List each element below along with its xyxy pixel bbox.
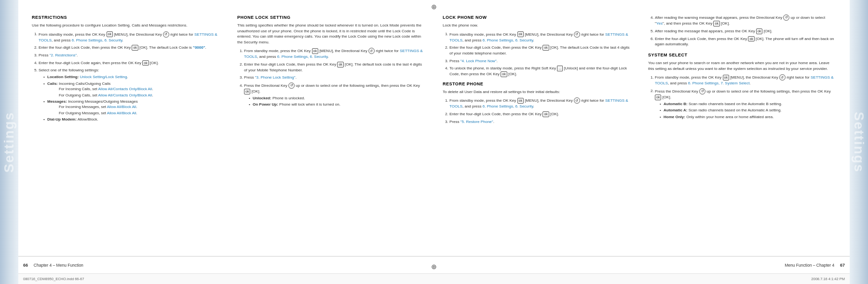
ok-key-icon: ok [142,60,149,66]
right-band: Settings [850,0,868,284]
settings-bullets: Location Setting: Unlock Setting/Lock Se… [39,74,220,122]
list-item: Enter the four-digit Lock Code, then pre… [449,111,631,117]
left-chapter-label: Chapter 4 – Menu Function [34,263,83,268]
sub-bullet: For Incoming Calls, set Allow All/Contac… [47,86,220,92]
system-select-title: SYSTEM SELECT [648,52,836,58]
settings-link: SETTINGS & TOOLS [39,32,217,42]
right-page-number: 67 [840,263,845,268]
outgoing-link: Allow All/Contacts Only/Block All [98,93,152,97]
ok-key-icon: ok [517,98,524,104]
settings-link: SETTINGS & TOOLS [244,49,423,59]
system-select-intro: You can set your phone to search or roam… [648,60,836,71]
right-chapter-label: Menu Function – Chapter 4 [785,263,834,268]
phone-settings-link: 6. Phone Settings, 6. Security [483,38,533,42]
right-page-info: Menu Function – Chapter 4 67 [748,263,845,268]
list-item: Automatic A: Scan radio channels based o… [660,108,836,113]
ok-key-icon: ok [337,62,343,68]
list-item: Calls: Incoming Calls/Outgoing Calls For… [43,81,220,98]
restore-phone-steps: From standby mode, press the OK Key ok [… [443,97,631,124]
label-powerup: On Power Up: [253,102,278,107]
default-code: "0000" [193,45,205,50]
location-link: Unlock Setting/Lock Setting [80,75,127,79]
dir-key-icon: ↺ [699,88,705,95]
lock-now-link: "4. Lock Phone Now" [461,59,497,63]
label-auto-b: Automatic B: [664,102,688,106]
list-item: Automatic B: Scan radio channels based o… [660,101,836,107]
ok-key-icon: ok [542,111,549,117]
label-messages: Messages: [47,99,67,104]
dir-key-icon: ↺ [783,14,789,21]
label-calls: Calls: [47,81,58,86]
list-item: From standby mode, press the OK Key ok [… [39,31,220,43]
list-item: From standby mode, press the OK Key ok [… [449,31,631,43]
list-item: From standby mode, press the OK Key ok [… [244,48,425,60]
label-dialup: Dial-Up Modem: [47,117,77,122]
restrictions-title: RESTRICTIONS [32,14,220,21]
phone-lock-intro: This setting specifies whether the phone… [237,23,425,45]
restore-phone-title: RESTORE PHONE [443,81,631,87]
dir-key-icon: ↺ [779,74,786,81]
list-item: To unlock the phone, in stanby mode, pre… [449,66,631,77]
lock-now-title: LOCK PHONE NOW [443,14,631,21]
page-spread: Settings ⊕ RESTRICTIONS Use the followin… [0,0,868,284]
left-band-text: Settings [1,111,17,172]
left-page-info: 66 Chapter 4 – Menu Function [23,263,120,268]
column-lock-now: LOCK PHONE NOW Lock the phone now. From … [434,14,639,251]
list-item: From standby mode, press the OK Key ok [… [449,97,631,109]
ok-key-icon: ok [542,45,549,51]
crosshair-top-icon: ⊕ [431,3,437,11]
incoming-link: Allow All/Contacts Only/Block All [98,87,152,91]
system-settings-link: 6. Phone Settings, 7. System Select [688,81,750,85]
list-item: Enter the four-digit Lock Code, then pre… [449,45,631,56]
lock-now-steps: From standby mode, press the OK Key ok [… [443,31,631,77]
continued-steps: After reading the warning message that a… [648,14,836,47]
list-item: Location Setting: Unlock Setting/Lock Se… [43,74,220,80]
label-unlocked: Unlocked: [253,96,271,100]
label-auto-a: Automatic A: [664,108,687,112]
dir-key-icon: ↺ [574,31,580,38]
soft-key-icon: ... [557,66,563,71]
restrictions-steps: From standby mode, press the OK Key ok [… [32,31,220,122]
crosshair-bottom-icon: ⊕ [431,263,437,270]
phone-lock-steps: From standby mode, press the OK Key ok [… [237,48,425,108]
left-page-number: 66 [23,263,28,268]
list-item: Select one of the following settings: Lo… [39,68,220,122]
column-system-select: After reading the warning message that a… [639,14,845,251]
list-item: From standby mode, press the OK Key ok [… [655,74,836,86]
ok-key-icon: ok [713,21,719,27]
dir-key-icon: ↺ [368,48,375,54]
list-item: Unlocked: Phone is unlocked. [249,95,425,101]
system-bullets: Automatic B: Scan radio channels based o… [655,101,836,120]
lock-bullets: Unlocked: Phone is unlocked. On Power Up… [244,95,425,108]
content-area: RESTRICTIONS Use the following procedure… [18,0,850,256]
main-content: ⊕ RESTRICTIONS Use the following procedu… [18,0,850,284]
list-item: Enter the four-digit Lock Code, then pre… [39,45,220,51]
list-item: Press "3. Phone Lock Setting". [244,75,425,81]
sub-bullet: For Outgoing Messages, set Allow All/Blo… [47,110,220,116]
restrictions-intro: Use the following procedure to configure… [32,23,220,28]
file-name: 080716_CDM8950_ECHO.indd 66-67 [23,277,811,281]
left-band: Settings [0,0,18,284]
ok-key-icon: ok [723,75,729,81]
ok-key-icon: ok [107,31,113,37]
settings-link: SETTINGS & TOOLS [449,98,628,108]
label-home-only: Home Only: [664,115,685,119]
file-date: 2008.7.16 4:1:42 PM [811,277,845,281]
phone-settings-link: 6. Phone Settings, 6. Security [483,104,533,108]
incoming-msg-link: Allow All/Block All [107,105,136,109]
dir-key-icon: ↺ [288,82,295,89]
ok-key-icon: ok [748,36,754,42]
list-item: On Power Up: Phone will lock when it is … [249,102,425,108]
sub-bullet: For Outgoing Calls, set Allow All/Contac… [47,93,220,98]
phone-settings-link: 6. Phone Settings, 6. Security [72,38,122,42]
phone-lock-title: PHONE LOCK SETTING [237,14,425,21]
phone-lock-link: "3. Phone Lock Setting" [255,75,296,80]
restrictions-link: "2. Restrictions" [50,53,77,57]
right-band-text: Settings [851,111,867,172]
ok-key-icon: ok [244,89,250,95]
ok-key-icon: ok [517,31,524,37]
list-item: Press "2. Restrictions". [39,53,220,58]
list-item: Press the Directional Key ↺ up or down t… [244,82,425,108]
list-item: Dial-Up Modem: Allow/Block. [43,117,220,122]
dir-key-icon: ↺ [163,31,169,38]
